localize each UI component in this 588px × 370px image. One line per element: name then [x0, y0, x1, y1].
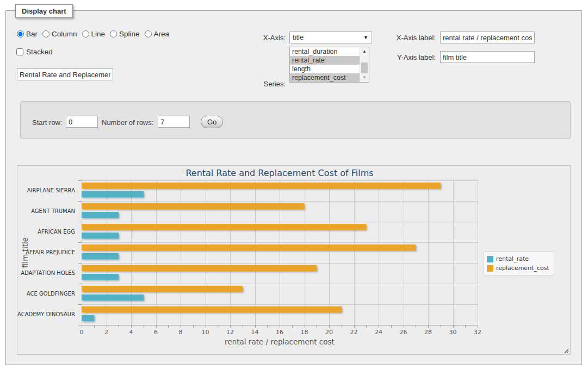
series-list-label: Series: [245, 80, 286, 88]
gridline [305, 180, 305, 325]
chart-type-radio-bar[interactable] [17, 30, 24, 37]
gridline [379, 180, 379, 325]
chart-type-option-area[interactable]: Area [145, 30, 170, 38]
category-label: AFRICAN EGG [17, 229, 75, 235]
yaxis-label-label: Y-Axis label: [365, 53, 436, 61]
legend-item-rental_rate[interactable]: rental_rate [487, 254, 549, 264]
bar-rental_rate[interactable] [82, 233, 119, 239]
stacked-checkbox[interactable] [16, 48, 23, 55]
legend-item-replacement_cost[interactable]: replacement_cost [487, 264, 549, 273]
num-rows-input[interactable] [158, 116, 190, 128]
xaxis-tick-label: 10 [202, 329, 209, 336]
chart-type-radio-area[interactable] [145, 30, 152, 37]
series-option-length[interactable]: length [290, 65, 369, 73]
xaxis-tick [305, 325, 305, 328]
series-option-rental_rate[interactable]: rental_rate [290, 56, 369, 65]
xaxis-tick [416, 325, 416, 328]
bar-rental_rate[interactable] [82, 315, 94, 321]
yaxis-tick [78, 201, 82, 202]
category-label: ACADEMY DINOSAUR [17, 311, 75, 317]
series-option-rental_duration[interactable]: rental_duration [290, 47, 369, 56]
xaxis-tick-label: 8 [179, 329, 183, 336]
chart-panel: Rental Rate and Replacement Cost of Film… [17, 165, 571, 355]
bar-replacement_cost[interactable] [82, 244, 416, 250]
chart-type-radio-spline[interactable] [110, 30, 117, 37]
gridline [82, 284, 478, 284]
display-chart-fieldset: Display chart BarColumnLineSplineArea St… [5, 10, 582, 365]
xaxis-tick [404, 325, 404, 328]
xaxis-title: rental rate / replacement cost [82, 337, 478, 346]
legend-swatch [487, 256, 493, 262]
gridline [156, 180, 157, 325]
bar-rental_rate[interactable] [82, 274, 119, 280]
xaxis-tick [391, 325, 392, 328]
gridline [255, 180, 256, 325]
xaxis-tick [292, 325, 293, 328]
rows-panel: Start row: Number of rows: Go [20, 101, 571, 139]
xaxis-tick [119, 325, 119, 328]
xaxis-tick [478, 325, 478, 328]
yaxis-label-input[interactable] [440, 51, 535, 63]
yaxis-tick [78, 222, 82, 222]
chart-type-label: Spline [119, 30, 140, 38]
scrollbar-thumb[interactable] [361, 62, 368, 73]
gridline [230, 180, 231, 325]
chart-type-option-spline[interactable]: Spline [110, 30, 140, 38]
xaxis-tick-label: 22 [350, 329, 358, 336]
start-row-input[interactable] [66, 116, 98, 128]
series-listbox[interactable]: rental_durationrental_ratelengthreplacem… [289, 47, 369, 83]
xaxis-select-label: X-Axis: [245, 34, 286, 42]
bar-replacement_cost[interactable] [82, 203, 304, 209]
bar-replacement_cost[interactable] [82, 306, 342, 312]
xaxis-tick [144, 325, 144, 328]
resize-handle[interactable] [563, 347, 568, 353]
xaxis-select-value: title [293, 33, 304, 41]
yaxis-tick [78, 284, 82, 284]
yaxis-tick [78, 180, 82, 181]
xaxis-label-input[interactable] [440, 32, 535, 43]
xaxis-tick [193, 325, 194, 328]
legend-label: rental_rate [496, 255, 529, 262]
gridline [82, 180, 82, 325]
gridline [329, 180, 330, 325]
chart-type-option-bar[interactable]: Bar [17, 30, 38, 38]
series-scrollbar[interactable]: ▲ ▼ [360, 47, 369, 82]
gridline [107, 180, 107, 325]
bar-replacement_cost[interactable] [82, 224, 366, 230]
go-button[interactable]: Go [201, 116, 223, 128]
xaxis-tick-label: 24 [375, 329, 382, 336]
bar-replacement_cost[interactable] [82, 286, 243, 292]
bar-rental_rate[interactable] [82, 212, 119, 218]
chart-type-radio-column[interactable] [42, 30, 49, 37]
bar-rental_rate[interactable] [82, 294, 144, 300]
chart-type-radio-line[interactable] [82, 30, 89, 37]
gridline [428, 180, 429, 325]
xaxis-tick [354, 325, 355, 328]
category-labels: AIRPLANE SIERRAAGENT TRUMANAFRICAN EGGAF… [17, 180, 78, 325]
xaxis-tick-label: 12 [226, 329, 234, 336]
series-option-replacement_cost[interactable]: replacement_cost [290, 73, 369, 82]
xaxis-tick-label: 16 [276, 329, 283, 336]
chart-title: Rental Rate and Replacement Cost of Film… [82, 168, 478, 178]
scroll-down-icon[interactable]: ▼ [360, 73, 369, 82]
xaxis-tick [329, 325, 330, 328]
num-rows-label: Number of rows: [102, 118, 153, 127]
chart-type-option-line[interactable]: Line [82, 30, 106, 38]
bar-rental_rate[interactable] [82, 253, 119, 259]
xaxis-label-label: X-Axis label: [365, 34, 436, 42]
xaxis-tick-label: 18 [301, 329, 308, 336]
series-options: rental_durationrental_ratelengthreplacem… [290, 47, 369, 82]
xaxis-tick [267, 325, 268, 328]
xaxis-select[interactable]: title ▼ [289, 32, 372, 43]
bar-replacement_cost[interactable] [82, 183, 441, 189]
chart-title-input[interactable] [17, 68, 113, 80]
gridline [82, 201, 478, 202]
bar-replacement_cost[interactable] [82, 265, 317, 271]
xaxis-tick [218, 325, 218, 328]
xaxis-tick [181, 325, 181, 328]
stacked-option[interactable]: Stacked [16, 48, 53, 56]
xaxis-tick [428, 325, 429, 328]
xaxis-tick [230, 325, 231, 328]
bar-rental_rate[interactable] [82, 191, 144, 197]
chart-type-option-column[interactable]: Column [42, 30, 77, 38]
